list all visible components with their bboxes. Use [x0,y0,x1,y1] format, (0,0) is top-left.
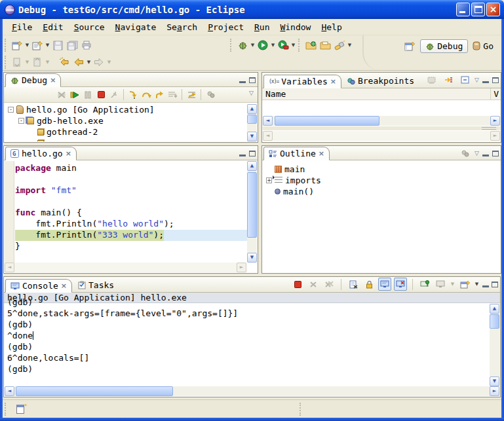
scroll-down-icon[interactable]: ▼ [490,376,499,386]
step-into-icon[interactable] [126,88,140,101]
outline-sort-icon[interactable] [458,147,471,160]
new-go-element-dropdown[interactable]: ▼ [45,38,50,52]
open-element-button[interactable] [303,38,318,52]
print-button[interactable] [79,38,94,52]
suspend-icon[interactable] [81,88,94,101]
debug-dropdown[interactable]: ▼ [250,38,256,52]
collapse-all-icon[interactable] [458,73,471,86]
expand-icon[interactable]: + [266,177,272,183]
menu-help[interactable]: Help [316,21,347,33]
display-console-icon[interactable] [434,278,447,291]
remove-all-launches-icon[interactable] [322,278,336,291]
scroll-thumb[interactable] [490,314,499,329]
run-external-button[interactable] [276,38,290,52]
outline-item[interactable]: main() [263,186,500,197]
open-resource-button[interactable] [318,38,332,52]
menu-navigate[interactable]: Navigate [110,21,162,33]
toolbar-handle[interactable] [5,56,8,69]
column-header-value[interactable]: V [490,88,499,100]
console-vertical-scrollbar[interactable]: ▲ ▼ [490,304,499,386]
perspective-go-button[interactable]: Go [471,40,495,52]
toolbar-handle[interactable] [298,39,301,52]
scroll-thumb[interactable] [16,386,173,396]
view-menu-icon[interactable]: ▽ [249,90,254,96]
scroll-up-icon[interactable]: ▲ [247,104,257,114]
fast-view-icon[interactable] [16,405,24,414]
debug-tree[interactable]: -hello.go [Go Application]-gdb-hello.exe… [5,104,247,141]
minimize-view-icon[interactable] [482,81,489,83]
open-console-icon[interactable] [458,278,471,291]
menu-project[interactable]: Project [203,21,249,33]
drop-to-frame-icon[interactable] [166,88,179,101]
maximize-button[interactable] [471,3,485,16]
close-tab-icon[interactable]: × [319,149,324,158]
close-tab-icon[interactable]: × [61,282,67,290]
scroll-thumb[interactable] [275,116,379,126]
open-console-dropdown[interactable]: ▼ [474,277,480,291]
title-bar[interactable]: Debug - testGo/src/cmd/hello.go - Eclips… [0,0,504,19]
scroll-left-icon[interactable]: ◄ [5,386,14,396]
toolbar-handle[interactable] [5,39,8,52]
menu-file[interactable]: File [7,21,37,33]
scroll-up-icon[interactable]: ▲ [247,161,257,171]
show-type-names-icon[interactable] [425,73,438,86]
forward-button[interactable] [92,55,106,69]
menu-run[interactable]: Run [249,21,275,33]
console-horizontal-scrollbar[interactable]: ◄ ► [5,386,499,396]
scroll-lock-icon[interactable] [362,278,376,291]
step-return-icon[interactable] [153,88,166,101]
run-button[interactable] [256,38,270,52]
scroll-right-icon[interactable]: ► [490,386,499,396]
next-annotation-button[interactable] [10,55,24,69]
menu-source[interactable]: Source [69,21,110,33]
terminate-icon[interactable] [94,88,107,101]
minimize-button[interactable] [456,3,470,16]
forward-dropdown[interactable]: ▼ [106,55,112,69]
previous-annotation-dropdown[interactable]: ▼ [45,55,50,69]
editor-vertical-scrollbar[interactable]: ▲ ▼ [247,161,257,263]
close-tab-icon[interactable]: × [66,149,71,158]
show-stderr-icon[interactable] [394,278,407,291]
perspective-debug-button[interactable]: Debug [420,39,468,53]
debug-tree-item[interactable]: -gdb-hello.exe [5,115,247,126]
console-output[interactable]: (gdb)5^done,stack-args=[frame={level="0"… [5,297,490,386]
collapse-icon[interactable]: - [8,107,14,113]
collapse-icon[interactable]: - [18,118,24,124]
debug-tree-item[interactable]: -hello.go [Go Application] [5,104,247,115]
minimize-view-icon[interactable] [239,81,246,83]
back-dropdown[interactable]: ▼ [86,55,92,69]
new-wizard-button[interactable] [10,38,24,52]
close-button[interactable]: × [486,3,500,16]
step-over-icon[interactable] [140,88,153,101]
console-terminate-icon[interactable] [291,278,304,291]
debug-extra-icon[interactable] [204,88,217,101]
outline-item[interactable]: +imports [263,175,500,186]
outline-item[interactable]: main [263,164,500,175]
scroll-thumb[interactable] [247,172,257,238]
search-button[interactable] [332,38,347,52]
editor-code-area[interactable]: package mainimport "fmt"func main() { fm… [15,161,247,263]
clear-console-icon[interactable] [347,278,360,291]
remove-launch-icon[interactable] [307,278,320,291]
previous-annotation-button[interactable] [30,55,45,69]
remove-terminated-icon[interactable] [55,88,68,101]
resume-icon[interactable] [68,88,81,101]
scroll-down-icon[interactable]: ▼ [247,132,257,141]
outline-tree[interactable]: main+importsmain() [263,161,500,272]
menu-window[interactable]: Window [275,21,316,33]
menu-edit[interactable]: Edit [37,21,68,33]
run-external-dropdown[interactable]: ▼ [290,38,296,52]
debug-tree-item[interactable]: gothread-2 [5,126,247,137]
outline-tab[interactable]: Outline × [263,147,330,160]
scroll-left-icon[interactable]: ◄ [263,116,273,126]
run-dropdown[interactable]: ▼ [270,38,276,52]
maximize-view-icon[interactable] [492,282,498,287]
new-go-element-button[interactable] [30,38,45,52]
save-button[interactable] [50,38,65,52]
menu-search[interactable]: Search [161,21,203,33]
new-wizard-dropdown[interactable]: ▼ [24,38,30,52]
view-menu-icon[interactable]: ▽ [475,77,479,83]
save-all-button[interactable] [65,38,79,52]
next-annotation-dropdown[interactable]: ▼ [24,55,30,69]
maximize-view-icon[interactable] [249,77,256,83]
